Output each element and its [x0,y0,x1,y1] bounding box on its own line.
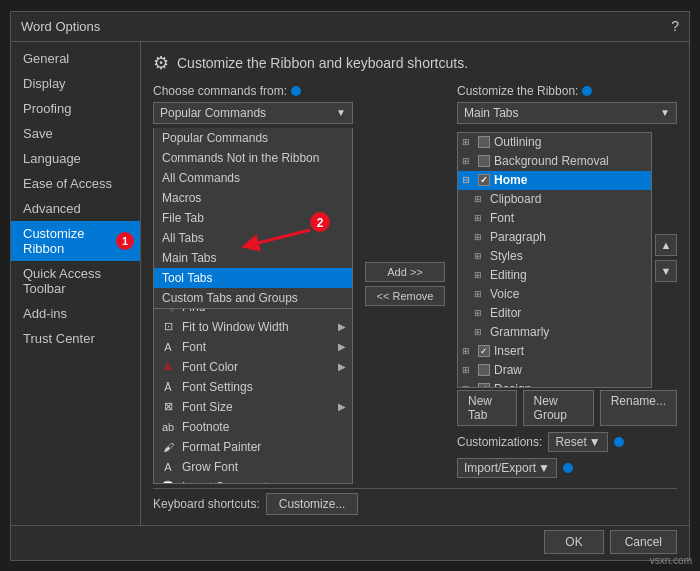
new-group-button[interactable]: New Group [523,390,594,426]
ok-cancel-row: OK Cancel [11,525,689,560]
cmd-font-size[interactable]: ⊠ Font Size ▶ [154,397,352,417]
cmd-insert-comment[interactable]: 💬 Insert Comment [154,477,352,484]
cmd-font-settings[interactable]: Ā Font Settings [154,377,352,397]
insert-checkbox[interactable] [478,345,490,357]
dialog-titlebar: Word Options ? [11,12,689,42]
sidebar-item-save[interactable]: Save [11,121,140,146]
styles-label: Styles [490,249,523,263]
ok-button[interactable]: OK [544,530,603,554]
ribbon-editing[interactable]: ⊞ Editing [458,266,651,285]
sidebar-item-language[interactable]: Language [11,146,140,171]
main-title-text: Customize the Ribbon and keyboard shortc… [177,55,468,71]
sidebar-item-quick-access[interactable]: Quick Access Toolbar [11,261,140,301]
ribbon-dropdown[interactable]: Main Tabs ▼ [457,102,677,124]
import-export-button[interactable]: Import/Export ▼ [457,458,557,478]
font-color-icon: A [160,359,176,375]
keyboard-row: Keyboard shortcuts: Customize... [153,488,677,515]
add-button[interactable]: Add >> [365,262,445,282]
commands-dropdown-list: Popular Commands Commands Not in the Rib… [153,128,353,309]
grow-font-icon: A [160,459,176,475]
design-label: Design [494,382,531,388]
cmd-footnote[interactable]: ab Footnote [154,417,352,437]
dd-macros[interactable]: Macros [154,188,352,208]
dropdown-arrow-icon: ▼ [336,107,346,118]
bg-removal-checkbox[interactable] [478,155,490,167]
font-size-sub-arrow: ▶ [338,401,346,412]
dd-all-tabs[interactable]: All Tabs [154,228,352,248]
draw-expand: ⊞ [462,365,474,375]
outlining-checkbox[interactable] [478,136,490,148]
customize-keyboard-button[interactable]: Customize... [266,493,359,515]
sidebar-item-proofing[interactable]: Proofing [11,96,140,121]
outlining-label: Outlining [494,135,541,149]
cmd-font-settings-label: Font Settings [182,380,253,394]
dd-all-commands[interactable]: All Commands [154,168,352,188]
ribbon-grammarly-home[interactable]: ⊞ Grammarly [458,323,651,342]
design-expand: ⊞ [462,384,474,388]
ribbon-insert[interactable]: ⊞ Insert [458,342,651,361]
ribbon-paragraph[interactable]: ⊞ Paragraph [458,228,651,247]
ribbon-draw[interactable]: ⊞ Draw [458,361,651,380]
insert-label: Insert [494,344,524,358]
cmd-font-label: Font [182,340,206,354]
cmd-fit-window-label: Fit to Window Width [182,320,289,334]
sidebar-item-display[interactable]: Display [11,71,140,96]
commands-dropdown[interactable]: Popular Commands ▼ [153,102,353,124]
ribbon-voice[interactable]: ⊞ Voice [458,285,651,304]
commands-info-dot [291,86,301,96]
cmd-grow-font[interactable]: A Grow Font [154,457,352,477]
remove-button[interactable]: << Remove [365,286,445,306]
font-label: Font [490,211,514,225]
dd-custom-tabs[interactable]: Custom Tabs and Groups [154,288,352,308]
ribbon-info-dot [582,86,592,96]
ribbon-styles[interactable]: ⊞ Styles [458,247,651,266]
font-size-icon: ⊠ [160,399,176,415]
sidebar-item-trust[interactable]: Trust Center [11,326,140,351]
ribbon-background-removal[interactable]: ⊞ Background Removal [458,152,651,171]
scroll-down-button[interactable]: ▼ [655,260,677,282]
ribbon-home[interactable]: ⊟ Home [458,171,651,190]
dd-main-tabs[interactable]: Main Tabs [154,248,352,268]
dd-popular-commands[interactable]: Popular Commands [154,128,352,148]
ribbon-dropdown-arrow: ▼ [660,107,670,118]
commands-dropdown-value: Popular Commands [160,106,266,120]
sidebar-item-addins[interactable]: Add-ins [11,301,140,326]
ribbon-list-box[interactable]: ⊞ Outlining ⊞ Background Removal ⊟ [457,132,652,388]
dialog-title: Word Options [21,19,100,34]
sidebar-item-general[interactable]: General [11,46,140,71]
cancel-button[interactable]: Cancel [610,530,677,554]
dd-file-tab[interactable]: File Tab [154,208,352,228]
new-tab-button[interactable]: New Tab [457,390,517,426]
home-checkbox[interactable] [478,174,490,186]
help-button[interactable]: ? [671,18,679,34]
cmd-grow-font-label: Grow Font [182,460,238,474]
ribbon-label-text: Customize the Ribbon: [457,84,578,98]
cmd-fit-window[interactable]: ⊡ Fit to Window Width ▶ [154,317,352,337]
draw-checkbox[interactable] [478,364,490,376]
cmd-insert-comment-label: Insert Comment [182,480,267,484]
sidebar-item-customize-ribbon[interactable]: Customize Ribbon 1 [11,221,140,261]
outlining-expand: ⊞ [462,137,474,147]
rename-button[interactable]: Rename... [600,390,677,426]
ribbon-outlining[interactable]: ⊞ Outlining [458,133,651,152]
reset-button[interactable]: Reset ▼ [548,432,607,452]
ribbon-editor[interactable]: ⊞ Editor [458,304,651,323]
design-checkbox[interactable] [478,383,490,388]
cmd-format-painter[interactable]: 🖌 Format Painter [154,437,352,457]
ribbon-clipboard[interactable]: ⊞ Clipboard [458,190,651,209]
dd-commands-not-ribbon[interactable]: Commands Not in the Ribbon [154,148,352,168]
sidebar-item-advanced[interactable]: Advanced [11,196,140,221]
home-label: Home [494,173,527,187]
sidebar: General Display Proofing Save Language E… [11,42,141,525]
dd-tool-tabs[interactable]: Tool Tabs [154,268,352,288]
editor-label: Editor [490,306,521,320]
cmd-font[interactable]: A Font ▶ [154,337,352,357]
grammarly-home-label: Grammarly [490,325,549,339]
ribbon-design[interactable]: ⊞ Design [458,380,651,388]
ribbon-bottom-buttons: New Tab New Group Rename... [457,390,677,426]
scroll-up-button[interactable]: ▲ [655,234,677,256]
font-sub-arrow: ▶ [338,341,346,352]
ribbon-font[interactable]: ⊞ Font [458,209,651,228]
cmd-font-color[interactable]: A Font Color ▶ [154,357,352,377]
sidebar-item-ease[interactable]: Ease of Access [11,171,140,196]
